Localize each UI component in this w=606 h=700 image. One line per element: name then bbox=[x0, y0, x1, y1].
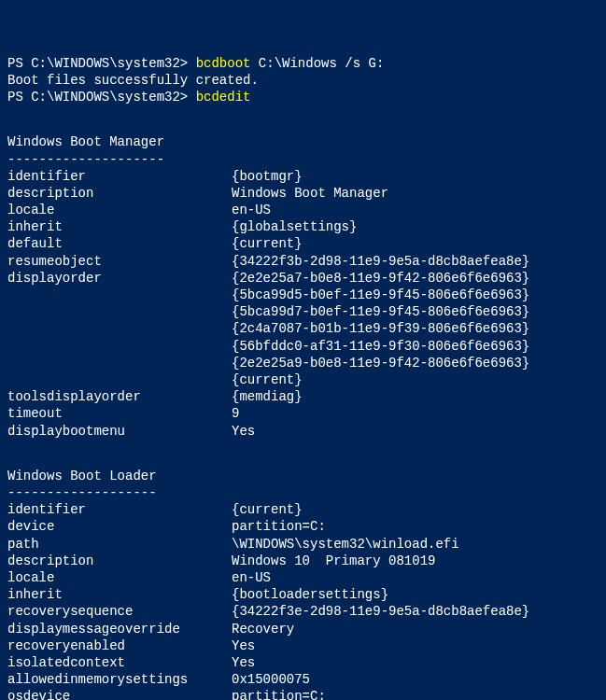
value: \WINDOWS\system32\winload.efi bbox=[232, 536, 599, 553]
value: en-US bbox=[232, 202, 599, 218]
value: partition=C: bbox=[232, 688, 599, 700]
command-args: C:\Windows /s G: bbox=[259, 56, 384, 71]
command-bcdedit: bcdedit bbox=[196, 90, 251, 105]
key: displaybootmenu bbox=[7, 423, 232, 440]
kv-displayorder: displayorder{2e2e25a7-b0e8-11e9-9f42-806… bbox=[7, 270, 599, 287]
key: displayorder bbox=[7, 270, 232, 287]
value: {memdiag} bbox=[232, 388, 599, 405]
kv-description: descriptionWindows 10 Primary 081019 bbox=[7, 553, 599, 569]
key: resumeobject bbox=[7, 253, 232, 270]
kv-toolsdisplayorder: toolsdisplayorder{memdiag} bbox=[7, 388, 599, 405]
kv-locale: localeen-US bbox=[7, 569, 599, 586]
kv-default: default{current} bbox=[7, 235, 599, 252]
terminal-output: PS C:\WINDOWS\system32> bcdboot C:\Windo… bbox=[7, 55, 599, 700]
key: allowedinmemorysettings bbox=[7, 671, 232, 688]
displayorder-item: {current} bbox=[7, 371, 599, 388]
displayorder-item: {56bfddc0-af31-11e9-9f30-806e6f6e6963} bbox=[7, 338, 599, 355]
kv-inherit: inherit{bootloadersettings} bbox=[7, 586, 599, 603]
key: path bbox=[7, 536, 232, 553]
kv-allowedinmemorysettings: allowedinmemorysettings0x15000075 bbox=[7, 671, 599, 688]
key: identifier bbox=[7, 501, 232, 518]
displayorder-item: {5bca99d5-b0ef-11e9-9f45-806e6f6e6963} bbox=[7, 287, 599, 303]
section-boot-manager: Windows Boot Manager bbox=[7, 133, 599, 150]
value: Windows 10 Primary 081019 bbox=[232, 553, 599, 569]
output-success: Boot files successfully created. bbox=[7, 73, 259, 88]
section-boot-loader: Windows Boot Loader bbox=[7, 468, 599, 484]
key: description bbox=[7, 553, 232, 569]
kv-timeout: timeout9 bbox=[7, 405, 599, 422]
value: Yes bbox=[232, 423, 599, 440]
key: timeout bbox=[7, 405, 232, 422]
value: {bootmgr} bbox=[232, 168, 599, 185]
ps-prompt: PS C:\WINDOWS\system32> bbox=[7, 90, 196, 105]
kv-recoveryenabled: recoveryenabledYes bbox=[7, 637, 599, 654]
kv-path: path\WINDOWS\system32\winload.efi bbox=[7, 536, 599, 553]
value: {globalsettings} bbox=[232, 218, 599, 235]
command-bcdboot: bcdboot bbox=[196, 56, 259, 71]
value: Recovery bbox=[232, 621, 599, 637]
kv-resumeobject: resumeobject{34222f3b-2d98-11e9-9e5a-d8c… bbox=[7, 253, 599, 270]
key: isolatedcontext bbox=[7, 654, 232, 671]
key: description bbox=[7, 185, 232, 202]
kv-identifier: identifier{current} bbox=[7, 501, 599, 518]
key: identifier bbox=[7, 168, 232, 185]
key: toolsdisplayorder bbox=[7, 388, 232, 405]
value: Yes bbox=[232, 654, 599, 671]
value: en-US bbox=[232, 569, 599, 586]
value: Windows Boot Manager bbox=[232, 185, 599, 202]
kv-inherit: inherit{globalsettings} bbox=[7, 218, 599, 235]
divider: ------------------- bbox=[7, 484, 599, 501]
displayorder-item: {2e2e25a9-b0e8-11e9-9f42-806e6f6e6963} bbox=[7, 355, 599, 371]
value: 0x15000075 bbox=[232, 671, 599, 688]
kv-identifier: identifier{bootmgr} bbox=[7, 168, 599, 185]
value: {34222f3e-2d98-11e9-9e5a-d8cb8aefea8e} bbox=[232, 603, 599, 620]
key: recoverysequence bbox=[7, 603, 232, 620]
key: locale bbox=[7, 202, 232, 218]
kv-recoverysequence: recoverysequence{34222f3e-2d98-11e9-9e5a… bbox=[7, 603, 599, 620]
kv-osdevice: osdevicepartition=C: bbox=[7, 688, 599, 700]
kv-description: descriptionWindows Boot Manager bbox=[7, 185, 599, 202]
key: inherit bbox=[7, 218, 232, 235]
value: {current} bbox=[232, 235, 599, 252]
kv-device: devicepartition=C: bbox=[7, 518, 599, 535]
value: 9 bbox=[232, 405, 599, 422]
kv-isolatedcontext: isolatedcontextYes bbox=[7, 654, 599, 671]
key: recoveryenabled bbox=[7, 637, 232, 654]
displayorder-item: {2c4a7087-b01b-11e9-9f39-806e6f6e6963} bbox=[7, 320, 599, 337]
kv-displaybootmenu: displaybootmenuYes bbox=[7, 423, 599, 440]
key: default bbox=[7, 235, 232, 252]
kv-locale: localeen-US bbox=[7, 202, 599, 218]
value: {34222f3b-2d98-11e9-9e5a-d8cb8aefea8e} bbox=[232, 253, 599, 270]
displayorder-item: {5bca99d7-b0ef-11e9-9f45-806e6f6e6963} bbox=[7, 303, 599, 320]
value: {current} bbox=[232, 501, 599, 518]
key: device bbox=[7, 518, 232, 535]
key: inherit bbox=[7, 586, 232, 603]
ps-prompt: PS C:\WINDOWS\system32> bbox=[7, 56, 196, 71]
key: locale bbox=[7, 569, 232, 586]
kv-displaymessageoverride: displaymessageoverrideRecovery bbox=[7, 621, 599, 637]
key: displaymessageoverride bbox=[7, 621, 232, 637]
divider: -------------------- bbox=[7, 151, 599, 168]
key: osdevice bbox=[7, 688, 232, 700]
value: {2e2e25a7-b0e8-11e9-9f42-806e6f6e6963} bbox=[232, 270, 599, 287]
value: partition=C: bbox=[232, 518, 599, 535]
value: {bootloadersettings} bbox=[232, 586, 599, 603]
value: Yes bbox=[232, 637, 599, 654]
